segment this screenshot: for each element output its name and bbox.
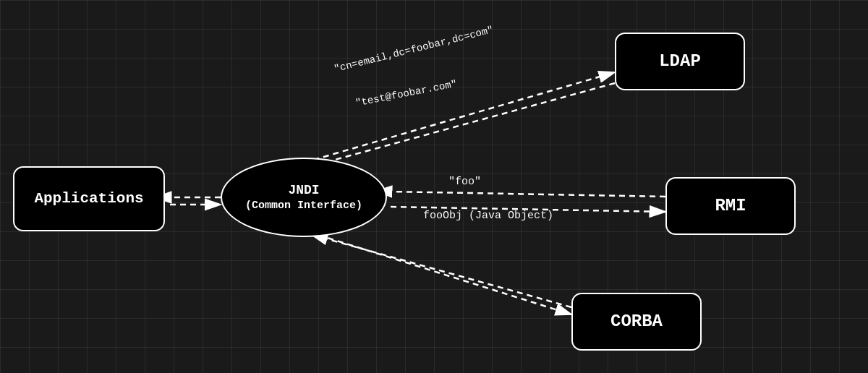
ldap-label: LDAP xyxy=(659,50,701,72)
arrow-jndi-to-ldap xyxy=(304,72,615,163)
applications-label: Applications xyxy=(34,189,143,208)
arrow-ldap-to-jndi xyxy=(311,83,615,166)
jndi-line1: JNDI xyxy=(245,182,362,199)
arrow-rmi-to-jndi xyxy=(391,192,665,197)
jndi-node: JNDI (Common Interface) xyxy=(221,158,387,237)
applications-node: Applications xyxy=(13,166,165,231)
ldap-node: LDAP xyxy=(615,33,745,90)
diagram-container: JNDI (bidirectional dotted) --> JNDI (bi… xyxy=(0,0,868,373)
corba-label: CORBA xyxy=(610,310,663,333)
rmi-node: RMI xyxy=(665,177,796,235)
jndi-line2: (Common Interface) xyxy=(245,199,362,213)
rmi-label: RMI xyxy=(715,194,746,217)
corba-node: CORBA xyxy=(571,293,702,351)
label-foo: "foo" xyxy=(448,176,481,188)
arrow-corba-to-jndi xyxy=(326,239,571,307)
label-fooobj: fooObj (Java Object) xyxy=(423,210,553,222)
